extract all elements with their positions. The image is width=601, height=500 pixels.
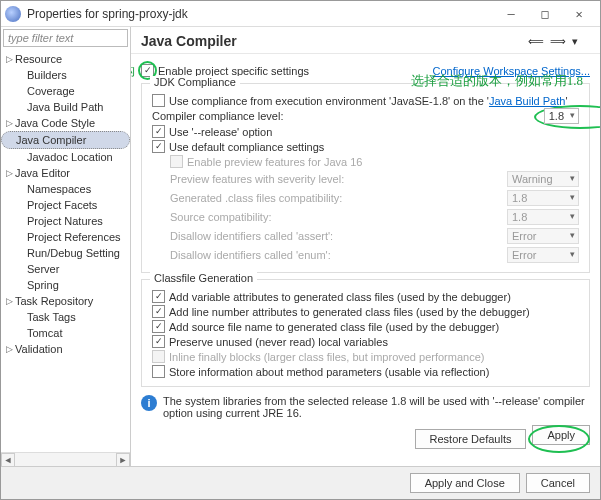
- tree-item[interactable]: Builders: [1, 67, 130, 83]
- content-header: Java Compiler ⟸ ⟹ ▾: [131, 27, 600, 54]
- menu-icon[interactable]: ▾: [572, 35, 590, 49]
- classfile-checkbox[interactable]: [152, 320, 165, 333]
- app-icon: [5, 6, 21, 22]
- close-button[interactable]: ✕: [562, 2, 596, 26]
- annotation-circle-apply: [528, 425, 590, 453]
- nav-tree: ▷ResourceBuildersCoverageJava Build Path…: [1, 49, 130, 452]
- info-icon: i: [141, 395, 157, 411]
- tree-item[interactable]: ▷Resource: [1, 51, 130, 67]
- use-exec-env-label: Use compliance from execution environmen…: [169, 95, 568, 107]
- tree-item[interactable]: ▷Validation: [1, 341, 130, 357]
- classfile-checkbox[interactable]: [152, 335, 165, 348]
- page-title: Java Compiler: [141, 33, 524, 49]
- filter-input[interactable]: type filter text: [3, 29, 128, 47]
- enable-preview-label: Enable preview features for Java 16: [187, 156, 363, 168]
- classfile-label: Preserve unused (never read) local varia…: [169, 336, 388, 348]
- comp-row-label: Disallow identifiers called 'assert':: [170, 230, 507, 242]
- comp-row-select: Error: [507, 247, 579, 263]
- tree-item[interactable]: Namespaces: [1, 181, 130, 197]
- comp-row-label: Generated .class files compatibility:: [170, 192, 507, 204]
- sidebar: type filter text ▷ResourceBuildersCovera…: [1, 27, 131, 466]
- tree-item[interactable]: ▷Java Editor: [1, 165, 130, 181]
- classfile-checkbox[interactable]: [152, 365, 165, 378]
- minimize-button[interactable]: —: [494, 2, 528, 26]
- tree-item[interactable]: Coverage: [1, 83, 130, 99]
- tree-item[interactable]: Project Facets: [1, 197, 130, 213]
- maximize-button[interactable]: □: [528, 2, 562, 26]
- enable-project-label: Enable project specific settings: [158, 65, 309, 77]
- tree-item[interactable]: Spring: [1, 277, 130, 293]
- compliance-level-select[interactable]: 1.8: [544, 108, 579, 124]
- tree-item[interactable]: Run/Debug Setting: [1, 245, 130, 261]
- use-default-label: Use default compliance settings: [169, 141, 324, 153]
- apply-close-button[interactable]: Apply and Close: [410, 473, 520, 493]
- scroll-right-icon[interactable]: ►: [116, 453, 130, 466]
- classfile-legend: Classfile Generation: [150, 272, 257, 284]
- classfile-label: Add variable attributes to generated cla…: [169, 291, 511, 303]
- comp-row-label: Source compatibility:: [170, 211, 507, 223]
- tree-item[interactable]: Project References: [1, 229, 130, 245]
- use-exec-env-checkbox[interactable]: [152, 94, 165, 107]
- annotation-version-text: 选择合适的版本，例如常用1.8: [411, 72, 583, 90]
- jdk-legend: JDK Compliance: [150, 76, 240, 88]
- classfile-label: Inline finally blocks (larger class file…: [169, 351, 484, 363]
- use-release-label: Use '--release' option: [169, 126, 272, 138]
- classfile-checkbox[interactable]: [152, 305, 165, 318]
- tree-item[interactable]: Tomcat: [1, 325, 130, 341]
- classfile-label: Add line number attributes to generated …: [169, 306, 530, 318]
- info-text: The system libraries from the selected r…: [163, 395, 590, 419]
- dialog-footer: Apply and Close Cancel: [1, 466, 600, 499]
- comp-row-select: 1.8: [507, 190, 579, 206]
- annotation-check-text: 打钩: [131, 62, 135, 80]
- java-build-path-link[interactable]: Java Build Path: [489, 95, 565, 107]
- forward-icon[interactable]: ⟹: [550, 35, 568, 49]
- tree-item[interactable]: Java Build Path: [1, 99, 130, 115]
- window-titlebar: Properties for spring-proxy-jdk — □ ✕: [1, 1, 600, 27]
- tree-item[interactable]: Java Compiler: [1, 131, 130, 149]
- classfile-group: Classfile Generation Add variable attrib…: [141, 279, 590, 387]
- cancel-button[interactable]: Cancel: [526, 473, 590, 493]
- use-release-checkbox[interactable]: [152, 125, 165, 138]
- restore-defaults-button[interactable]: Restore Defaults: [415, 429, 527, 449]
- tree-item[interactable]: Server: [1, 261, 130, 277]
- tree-item[interactable]: ▷Task Repository: [1, 293, 130, 309]
- back-icon[interactable]: ⟸: [528, 35, 546, 49]
- comp-row-select: Warning: [507, 171, 579, 187]
- classfile-label: Store information about method parameter…: [169, 366, 489, 378]
- classfile-checkbox: [152, 350, 165, 363]
- enable-preview-checkbox: [170, 155, 183, 168]
- sidebar-scrollbar[interactable]: ◄ ►: [1, 452, 130, 466]
- jdk-compliance-group: JDK Compliance 选择合适的版本，例如常用1.8 Use compl…: [141, 83, 590, 273]
- tree-item[interactable]: Javadoc Location: [1, 149, 130, 165]
- comp-row-label: Preview features with severity level:: [170, 173, 507, 185]
- scroll-left-icon[interactable]: ◄: [1, 453, 15, 466]
- tree-item[interactable]: ▷Java Code Style: [1, 115, 130, 131]
- comp-row-label: Disallow identifiers called 'enum':: [170, 249, 507, 261]
- info-message: i The system libraries from the selected…: [141, 395, 590, 419]
- compliance-level-label: Compiler compliance level:: [152, 110, 544, 122]
- comp-row-select: 1.8: [507, 209, 579, 225]
- classfile-checkbox[interactable]: [152, 290, 165, 303]
- classfile-label: Add source file name to generated class …: [169, 321, 499, 333]
- tree-item[interactable]: Project Natures: [1, 213, 130, 229]
- use-default-checkbox[interactable]: [152, 140, 165, 153]
- comp-row-select: Error: [507, 228, 579, 244]
- window-title: Properties for spring-proxy-jdk: [27, 7, 494, 21]
- tree-item[interactable]: Task Tags: [1, 309, 130, 325]
